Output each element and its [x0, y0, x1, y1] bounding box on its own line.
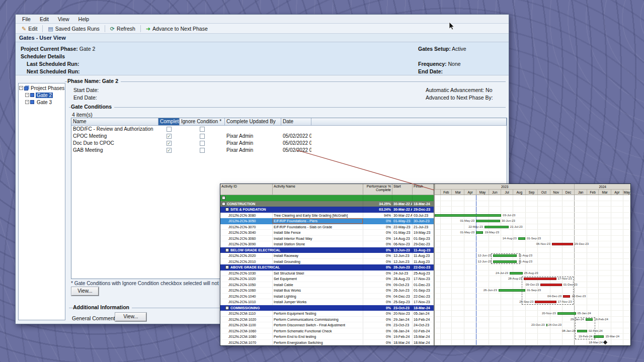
ignore-condition-checkbox[interactable] — [200, 127, 205, 132]
gantt-milestone[interactable] — [603, 340, 607, 344]
column-header-updated-by[interactable]: Complete Updated By — [225, 118, 281, 126]
schedule-group-row[interactable]: −BELOW GRADE ELECTRICAL0%12-Jun-2311-Aug… — [220, 247, 434, 253]
performance-pct: 0% — [363, 328, 392, 334]
gate-condition-row[interactable]: GAB Meeting✓Pixar Admin05/02/2022 0 — [71, 147, 507, 154]
schedule-activity-row[interactable]: J012N-2CM-1080Perform End to End testing… — [220, 334, 434, 340]
advance-to-next-phase-button[interactable]: ➜ Advance to Next Phase — [142, 25, 211, 32]
gantt-bar[interactable] — [546, 324, 547, 326]
finish-date: 22-Dec-23 — [413, 294, 434, 300]
menu-edit[interactable]: Edit — [35, 15, 53, 23]
edit-button[interactable]: ✎ Edit — [18, 25, 41, 32]
finish-date: 01-Sep-23 — [413, 236, 434, 242]
column-header-performance[interactable]: Performance % Complete — [363, 184, 392, 195]
collapse-icon[interactable]: − — [222, 196, 225, 200]
gantt-bar[interactable] — [499, 289, 525, 292]
schedule-activity-row[interactable]: J012N-2CN-3090Install Station Stone0%06-… — [220, 241, 434, 247]
ignore-condition-checkbox[interactable] — [200, 141, 205, 146]
schedule-activity-row[interactable]: J012N-2CM-1070Perform Energization Switc… — [220, 340, 434, 346]
activity-name: Install Lighting — [273, 294, 363, 300]
schedule-activity-row[interactable]: J012N-2CN-3050E/F/R/P Foundations - Pier… — [220, 218, 434, 224]
column-header-date[interactable]: Date — [281, 118, 311, 126]
schedule-activity-row[interactable]: J012N-2CM-1020Perform Communications Com… — [220, 317, 434, 323]
gate-condition-row[interactable]: Doc Due to CPOC✓Pixar Admin05/02/2022 0 — [71, 140, 507, 147]
ignore-condition-checkbox[interactable] — [200, 134, 205, 139]
gantt-bar[interactable] — [510, 272, 523, 275]
complete-checkbox[interactable]: ✓ — [167, 134, 172, 139]
general-comments-view-button[interactable]: View... — [115, 313, 146, 321]
column-header-activity-name[interactable]: Activity Name — [273, 184, 363, 195]
gantt-bar[interactable] — [435, 214, 501, 217]
finish-date: 16-Feb-24 — [413, 317, 434, 323]
schedule-activity-row[interactable]: J012N-2CM-1100Perform Disconnect Switch … — [220, 322, 434, 328]
tree-root[interactable]: − Project Phases — [19, 84, 64, 92]
schedule-activity-row[interactable]: J012N-2CM-1110Perform Equipment Testing0… — [220, 311, 434, 317]
gantt-bar[interactable] — [476, 220, 500, 222]
collapse-icon[interactable]: − — [225, 306, 229, 310]
schedule-activity-row[interactable]: J012N-2CN-1010Install Jumper Works0%25-S… — [220, 299, 434, 305]
saved-gates-runs-button[interactable]: ▤ Saved Gates Runs — [44, 25, 103, 32]
gantt-bar[interactable] — [485, 226, 509, 228]
gate-condition-row[interactable]: CPOC Meeting✓Pixar Admin05/02/2022 0 — [71, 133, 507, 140]
gantt-bar[interactable] — [518, 237, 525, 240]
schedule-activity-row[interactable]: J012N-2CN-1020Set Equipment0%28-Aug-2317… — [220, 276, 434, 282]
complete-checkbox[interactable] — [167, 127, 172, 132]
performance-pct: 0% — [363, 288, 392, 294]
ignore-condition-checkbox[interactable] — [200, 148, 205, 153]
schedule-activity-row[interactable]: J012N-2CN-1060Install Bus Works0%26-Jun-… — [220, 288, 434, 294]
gate-condition-row[interactable]: BOD/FC - Review and Authorization — [71, 126, 507, 133]
ignore-cell — [180, 133, 225, 140]
view-button[interactable]: View... — [71, 287, 99, 296]
schedule-activity-row[interactable]: J012N-2CN-3040Install Site Fence0%01-May… — [220, 230, 434, 236]
schedule-group-row[interactable]: −COMMISSIONING0%23-Oct-2318-Mar-24 — [220, 305, 434, 311]
schedule-header: Activity ID Activity Name Performance % … — [220, 184, 630, 195]
schedule-activity-row[interactable]: J012N-2CM-1060Perform Schematic Function… — [220, 328, 434, 334]
tree-item-gate-2[interactable]: −Gate 2 — [19, 92, 64, 99]
schedule-group-row[interactable]: −CONSTRUCTION34.25%30-Mar-22 A18-Mar-24 — [220, 201, 434, 207]
refresh-button[interactable]: ⟳ Refresh — [107, 25, 139, 32]
gantt-bar[interactable] — [476, 231, 483, 234]
tree-item-gate-3[interactable]: −Gate 3 — [19, 99, 64, 106]
column-header-start[interactable]: Start — [392, 184, 413, 195]
column-header-finish[interactable]: Finish — [413, 184, 434, 195]
gantt-bar[interactable] — [552, 243, 573, 245]
schedule-activity-row[interactable]: J012N-2CN-1030Set Structural Steel0%24-J… — [220, 270, 434, 277]
start-date-label: Start Date: — [73, 87, 99, 93]
tree-collapse-icon[interactable]: − — [25, 93, 29, 97]
schedule-activity-row[interactable]: J012N-2CN-1050Install Cable0%09-Oct-2301… — [220, 282, 434, 288]
menu-help[interactable]: Help — [74, 15, 94, 23]
collapse-icon[interactable]: − — [222, 202, 225, 206]
schedule-group-row[interactable]: −ABOVE GRADE ELECTRICAL0%26-Jun-2322-Dec… — [220, 264, 434, 270]
column-header-name[interactable]: Name — [71, 118, 158, 126]
edit-icon: ✎ — [22, 26, 26, 31]
schedule-activity-row[interactable]: J012N-2CN-2010Install Grounding0%12-Jun-… — [220, 259, 434, 265]
menu-view[interactable]: View — [53, 15, 74, 23]
complete-checkbox[interactable]: ✓ — [167, 141, 172, 146]
gantt-bar[interactable] — [594, 335, 604, 338]
collapse-icon[interactable]: − — [225, 208, 229, 211]
activity-id: J012N-2CM-1110 — [220, 311, 273, 317]
collapse-icon[interactable]: − — [225, 265, 229, 269]
schedule-activity-row[interactable]: J012N-2CN-3080Tree Clearing and Early Si… — [220, 213, 434, 219]
schedule-group-row[interactable]: −SITE & FOUNDATION63.24%30-Mar-22 A29-De… — [220, 207, 434, 213]
group-name: −COMMISSIONING — [220, 305, 363, 311]
column-header-ignore[interactable]: Ignore Condition * — [180, 118, 225, 126]
collapse-icon[interactable]: − — [225, 248, 229, 252]
schedule-activity-row[interactable]: J012N-2CN-2020Install Raceway0%12-Jun-23… — [220, 253, 434, 259]
schedule-activity-row[interactable]: J012N-2CN-3060Install Interior Road Way0… — [220, 236, 434, 242]
schedule-activity-row[interactable]: J012N-2CN-3070E/F/R/P Foundations - Slab… — [220, 224, 434, 230]
gantt-bar[interactable] — [557, 312, 576, 315]
gate-conditions-header: Name Complete Ignore Condition * Complet… — [71, 118, 507, 126]
bar-start-label: 12-Jun-23 — [478, 254, 492, 257]
schedule-group-row[interactable]: − — [220, 195, 434, 201]
complete-checkbox[interactable]: ✓ — [167, 148, 172, 153]
schedule-activity-row[interactable]: J012N-2CN-1040Install Lighting0%04-Dec-2… — [220, 294, 434, 300]
condition-date — [281, 126, 311, 133]
activity-id: J012N-2CM-1070 — [220, 340, 273, 346]
tree-item-label: Gate 3 — [36, 100, 53, 105]
timeline-month: Nov — [550, 190, 562, 195]
tree-collapse-icon[interactable]: − — [25, 100, 29, 104]
column-header-complete[interactable]: Complete — [158, 118, 180, 126]
column-header-activity-id[interactable]: Activity ID — [220, 184, 273, 195]
menu-file[interactable]: File — [18, 15, 35, 23]
tree-collapse-icon[interactable]: − — [19, 86, 23, 90]
